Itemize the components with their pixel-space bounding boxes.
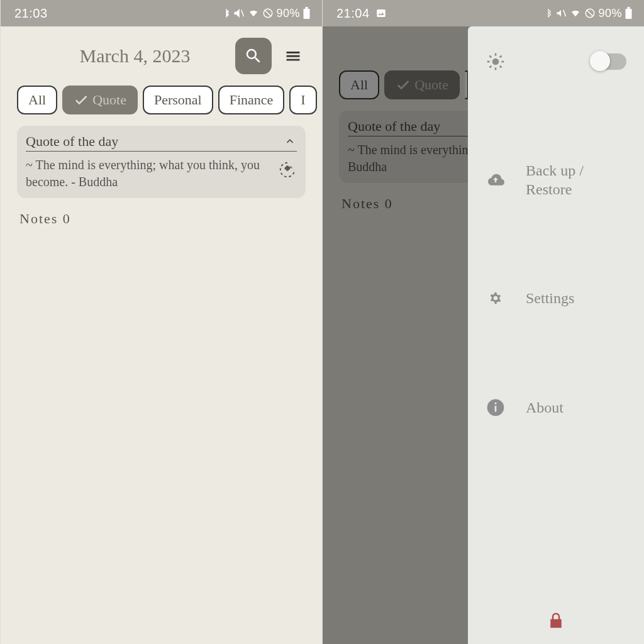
chip-finance[interactable]: Finance <box>218 86 285 114</box>
drawer-item-backup[interactable]: Back up / Restore <box>468 151 644 209</box>
bluetooth-icon <box>544 8 553 19</box>
clock: 21:04 <box>336 6 370 21</box>
hamburger-icon <box>282 47 304 65</box>
drawer-lock-button[interactable] <box>468 605 644 644</box>
page-title: March 4, 2023 <box>12 45 226 67</box>
menu-button[interactable] <box>280 43 306 69</box>
image-notif-icon <box>375 8 387 19</box>
app-header: March 4, 2023 <box>1 26 322 82</box>
drawer-about-label: About <box>526 398 626 417</box>
svg-rect-18 <box>495 402 497 404</box>
refresh-quote-icon[interactable] <box>278 160 297 179</box>
svg-line-12 <box>490 56 492 58</box>
chevron-up-icon[interactable] <box>283 135 297 148</box>
battery-percent: 90% <box>598 7 622 20</box>
phone-screen-right: 21:04 90% March 4 All Quote Quote of <box>322 0 644 644</box>
phone-screen-left: 21:03 90% March 4, 2023 All Quote Person… <box>0 0 322 644</box>
svg-rect-1 <box>304 9 310 19</box>
status-bar: 21:03 90% <box>1 0 322 26</box>
info-icon <box>486 397 506 418</box>
svg-rect-3 <box>377 9 386 17</box>
chip-personal-label: Personal <box>154 92 202 108</box>
search-button[interactable] <box>235 38 272 74</box>
drawer-backup-label: Back up / Restore <box>526 161 626 199</box>
drawer-item-settings[interactable]: Settings <box>468 278 644 318</box>
svg-rect-2 <box>306 7 308 9</box>
chip-quote-label: Quote <box>92 92 126 108</box>
notes-count: Notes 0 <box>1 198 322 240</box>
battery-icon <box>303 7 311 19</box>
svg-rect-17 <box>495 406 497 411</box>
bluetooth-icon <box>222 8 231 19</box>
drawer-item-about[interactable]: About <box>468 387 644 428</box>
chip-quote[interactable]: Quote <box>62 86 138 114</box>
lock-icon <box>547 611 565 630</box>
svg-rect-5 <box>626 9 632 19</box>
quote-card[interactable]: Quote of the day ~ The mind is everythin… <box>17 126 306 198</box>
svg-rect-6 <box>628 7 630 9</box>
no-data-icon <box>584 8 596 19</box>
chip-personal[interactable]: Personal <box>143 86 213 114</box>
dark-mode-toggle[interactable] <box>591 53 626 70</box>
status-bar: 21:04 90% <box>323 0 644 26</box>
mute-icon <box>555 8 567 19</box>
quote-text: ~ The mind is everything; what you think… <box>26 157 273 191</box>
drawer-settings-label: Settings <box>526 289 626 308</box>
mute-icon <box>233 8 245 19</box>
battery-icon <box>625 7 633 19</box>
chip-idea[interactable]: I <box>289 86 316 114</box>
no-data-icon <box>262 8 274 19</box>
check-icon <box>74 92 89 108</box>
svg-point-7 <box>492 58 499 65</box>
svg-line-13 <box>500 66 502 68</box>
chip-finance-label: Finance <box>230 92 274 108</box>
quote-title: Quote of the day <box>26 133 118 150</box>
chip-idea-label: I <box>301 92 305 108</box>
brightness-icon <box>486 52 506 72</box>
gear-icon <box>486 288 506 308</box>
chip-all[interactable]: All <box>17 86 57 114</box>
svg-line-14 <box>490 66 492 68</box>
wifi-icon <box>569 8 582 18</box>
cloud-upload-icon <box>486 170 506 190</box>
search-icon <box>244 47 263 65</box>
theme-toggle-row <box>468 45 644 82</box>
clock: 21:03 <box>14 6 48 21</box>
battery-percent: 90% <box>276 7 300 20</box>
chip-all-label: All <box>28 92 46 108</box>
navigation-drawer: Back up / Restore Settings About <box>468 26 644 644</box>
wifi-icon <box>247 8 260 18</box>
svg-line-15 <box>500 56 502 58</box>
category-chips: All Quote Personal Finance I <box>1 82 322 122</box>
